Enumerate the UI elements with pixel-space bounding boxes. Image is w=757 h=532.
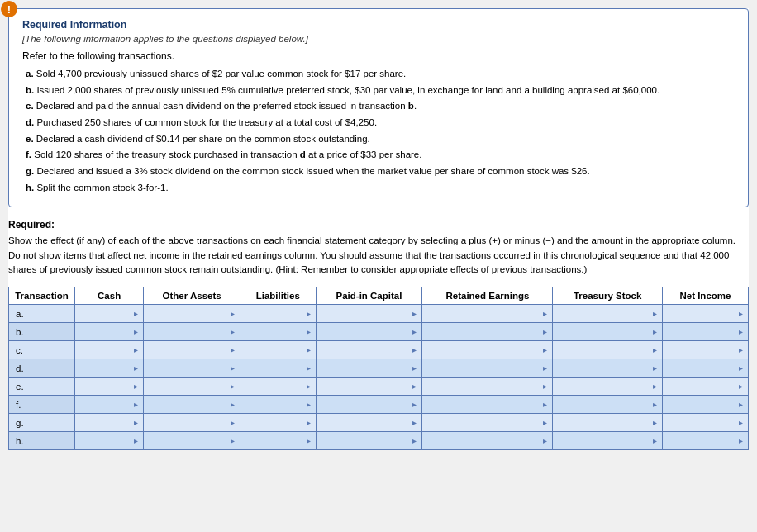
col-header-retained-earnings: Retained Earnings [422,287,553,305]
cell-retained-earnings[interactable]: ▸ [422,341,553,359]
col-header-paid-in-capital: Paid-in Capital [316,287,422,305]
cell-treasury-stock[interactable]: ▸ [553,378,662,396]
cell-retained-earnings[interactable]: ▸ [422,305,553,323]
cell-treasury-stock[interactable]: ▸ [553,359,662,378]
list-item: b. Issued 2,000 shares of previously uni… [22,83,735,97]
cell-liabilities[interactable]: ▸ [240,432,316,450]
cell-treasury-stock[interactable]: ▸ [553,323,662,341]
cell-net-income[interactable]: ▸ [662,414,748,432]
table-row: c.▸▸▸▸▸▸▸ [9,341,749,359]
table-row: h.▸▸▸▸▸▸▸ [9,432,749,450]
cell-paid-in-capital[interactable]: ▸ [316,396,422,414]
cell-treasury-stock[interactable]: ▸ [553,341,662,359]
cell-other-assets[interactable]: ▸ [144,359,240,378]
cell-cash[interactable]: ▸ [75,305,144,323]
cell-other-assets[interactable]: ▸ [144,414,240,432]
cell-treasury-stock[interactable]: ▸ [553,396,662,414]
cell-treasury-stock[interactable]: ▸ [553,305,662,323]
col-header-net-income: Net Income [662,287,748,305]
cell-paid-in-capital[interactable]: ▸ [316,359,422,378]
cell-paid-in-capital[interactable]: ▸ [316,414,422,432]
transactions-table: Transaction Cash Other Assets Liabilitie… [8,287,749,450]
cell-retained-earnings[interactable]: ▸ [422,396,553,414]
cell-other-assets[interactable]: ▸ [144,378,240,396]
page-container: ! Required Information [The following in… [8,8,749,450]
row-label: b. [9,323,75,341]
cell-liabilities[interactable]: ▸ [240,378,316,396]
table-row: d.▸▸▸▸▸▸▸ [9,359,749,378]
cell-retained-earnings[interactable]: ▸ [422,414,553,432]
cell-cash[interactable]: ▸ [75,396,144,414]
cell-cash[interactable]: ▸ [75,359,144,378]
cell-other-assets[interactable]: ▸ [144,396,240,414]
cell-retained-earnings[interactable]: ▸ [422,359,553,378]
cell-paid-in-capital[interactable]: ▸ [316,305,422,323]
info-title: Required Information [22,19,735,31]
cell-net-income[interactable]: ▸ [662,341,748,359]
info-subtitle: [The following information applies to th… [22,34,735,44]
list-item: d. Purchased 250 shares of common stock … [22,116,735,130]
list-item: a. Sold 4,700 previously unissued shares… [22,67,735,81]
table-row: e.▸▸▸▸▸▸▸ [9,378,749,396]
cell-cash[interactable]: ▸ [75,432,144,450]
cell-liabilities[interactable]: ▸ [240,323,316,341]
required-body: Show the effect (if any) of each of the … [8,234,749,277]
cell-paid-in-capital[interactable]: ▸ [316,323,422,341]
cell-net-income[interactable]: ▸ [662,396,748,414]
col-header-other-assets: Other Assets [144,287,240,305]
cell-paid-in-capital[interactable]: ▸ [316,432,422,450]
list-item: c. Declared and paid the annual cash div… [22,99,735,113]
row-label: a. [9,305,75,323]
table-row: f.▸▸▸▸▸▸▸ [9,396,749,414]
cell-retained-earnings[interactable]: ▸ [422,378,553,396]
cell-liabilities[interactable]: ▸ [240,341,316,359]
cell-cash[interactable]: ▸ [75,323,144,341]
cell-cash[interactable]: ▸ [75,414,144,432]
cell-paid-in-capital[interactable]: ▸ [316,341,422,359]
required-section: Required: Show the effect (if any) of ea… [8,219,749,277]
table-row: g.▸▸▸▸▸▸▸ [9,414,749,432]
list-item: h. Split the common stock 3-for-1. [22,181,735,195]
cell-other-assets[interactable]: ▸ [144,305,240,323]
cell-liabilities[interactable]: ▸ [240,414,316,432]
required-title: Required: [8,219,749,230]
table-row: b.▸▸▸▸▸▸▸ [9,323,749,341]
cell-treasury-stock[interactable]: ▸ [553,414,662,432]
cell-cash[interactable]: ▸ [75,341,144,359]
cell-retained-earnings[interactable]: ▸ [422,323,553,341]
col-header-treasury-stock: Treasury Stock [553,287,662,305]
table-row: a.▸▸▸▸▸▸▸ [9,305,749,323]
transaction-list: a. Sold 4,700 previously unissued shares… [22,67,735,194]
list-item: f. Sold 120 shares of the treasury stock… [22,148,735,162]
row-label: f. [9,396,75,414]
cell-paid-in-capital[interactable]: ▸ [316,378,422,396]
cell-net-income[interactable]: ▸ [662,305,748,323]
list-item: g. Declared and issued a 3% stock divide… [22,164,735,178]
row-label: g. [9,414,75,432]
cell-treasury-stock[interactable]: ▸ [553,432,662,450]
cell-liabilities[interactable]: ▸ [240,305,316,323]
col-header-transaction: Transaction [9,287,75,305]
cell-other-assets[interactable]: ▸ [144,432,240,450]
row-label: e. [9,378,75,396]
cell-net-income[interactable]: ▸ [662,359,748,378]
cell-retained-earnings[interactable]: ▸ [422,432,553,450]
info-box: ! Required Information [The following in… [8,8,749,207]
row-label: h. [9,432,75,450]
row-label: c. [9,341,75,359]
cell-liabilities[interactable]: ▸ [240,359,316,378]
cell-net-income[interactable]: ▸ [662,323,748,341]
cell-other-assets[interactable]: ▸ [144,323,240,341]
cell-other-assets[interactable]: ▸ [144,341,240,359]
col-header-liabilities: Liabilities [240,287,316,305]
cell-net-income[interactable]: ▸ [662,378,748,396]
cell-liabilities[interactable]: ▸ [240,396,316,414]
row-label: d. [9,359,75,378]
info-intro: Refer to the following transactions. [22,50,735,62]
cell-cash[interactable]: ▸ [75,378,144,396]
col-header-cash: Cash [75,287,144,305]
alert-icon: ! [1,1,17,17]
cell-net-income[interactable]: ▸ [662,432,748,450]
list-item: e. Declared a cash dividend of $0.14 per… [22,132,735,146]
